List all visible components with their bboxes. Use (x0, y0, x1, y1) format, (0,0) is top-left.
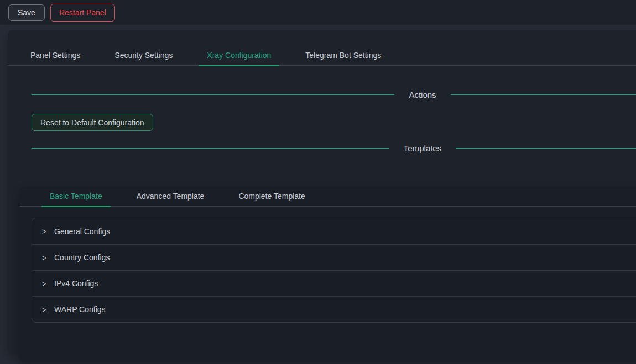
config-collapse-list: > General Configs > Country Configs > IP… (32, 218, 636, 323)
chevron-right-icon: > (42, 305, 49, 314)
collapse-item-label: IPv4 Configs (54, 279, 98, 288)
settings-card: Panel Settings Security Settings Xray Co… (8, 30, 636, 354)
collapse-item-warp-configs[interactable]: > WARP Configs (32, 296, 636, 322)
templates-divider-label: Templates (404, 144, 441, 153)
chevron-right-icon: > (42, 279, 49, 288)
templates-card: Basic Template Advanced Template Complet… (20, 187, 636, 362)
tab-panel-settings[interactable]: Panel Settings (22, 46, 88, 66)
divider-line (451, 94, 636, 95)
collapse-item-general-configs[interactable]: > General Configs (32, 218, 636, 244)
collapse-item-label: General Configs (54, 227, 110, 236)
divider-line (32, 148, 389, 149)
restart-panel-button[interactable]: Restart Panel (50, 4, 115, 22)
collapse-item-ipv4-configs[interactable]: > IPv4 Configs (32, 270, 636, 296)
chevron-right-icon: > (42, 254, 49, 262)
tab-xray-configuration[interactable]: Xray Configuration (199, 46, 279, 66)
template-tab-bar: Basic Template Advanced Template Complet… (20, 187, 636, 207)
tab-basic-template[interactable]: Basic Template (41, 187, 111, 207)
reset-default-configuration-button[interactable]: Reset to Default Configuration (32, 114, 153, 131)
collapse-item-label: Country Configs (54, 253, 110, 262)
chevron-right-icon: > (42, 227, 49, 235)
tab-advanced-template[interactable]: Advanced Template (128, 187, 213, 207)
actions-divider-label: Actions (409, 90, 436, 99)
collapse-item-country-configs[interactable]: > Country Configs (32, 244, 636, 270)
divider-line (456, 148, 636, 149)
tab-security-settings[interactable]: Security Settings (106, 46, 181, 66)
divider-line (32, 94, 394, 95)
collapse-item-label: WARP Configs (54, 305, 106, 314)
actions-divider: Actions (32, 86, 636, 103)
tab-telegram-bot-settings[interactable]: Telegram Bot Settings (297, 46, 389, 66)
settings-tab-bar: Panel Settings Security Settings Xray Co… (8, 46, 636, 66)
tab-complete-template[interactable]: Complete Template (230, 187, 313, 207)
save-button[interactable]: Save (8, 4, 45, 21)
templates-divider: Templates (32, 139, 636, 157)
topbar: Save Restart Panel (0, 0, 636, 25)
